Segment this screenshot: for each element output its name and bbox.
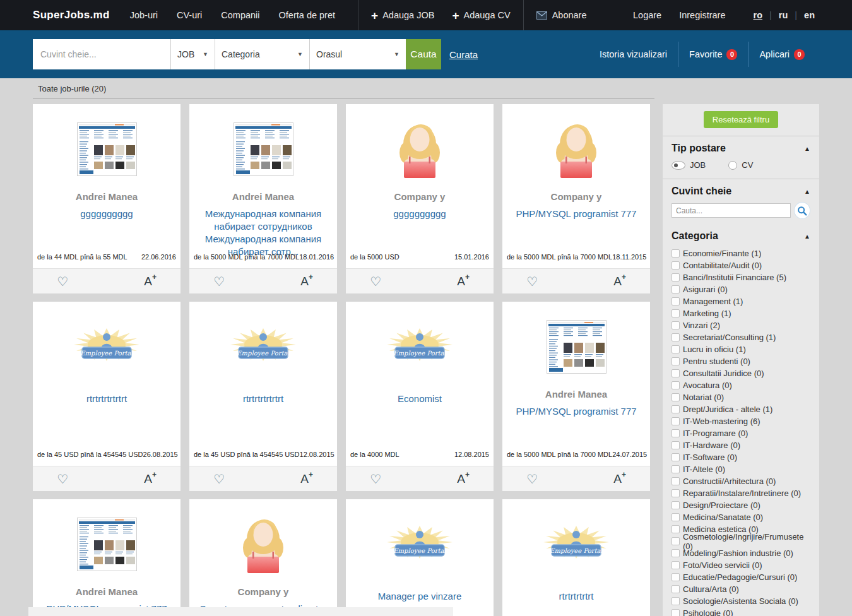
checkbox-icon[interactable] — [672, 501, 680, 509]
sidebar-search-button[interactable] — [794, 202, 810, 219]
checkbox-icon[interactable] — [672, 321, 680, 329]
checkbox-icon[interactable] — [672, 609, 680, 616]
checkbox-icon[interactable] — [672, 393, 680, 401]
checkbox-icon[interactable] — [672, 561, 680, 569]
reset-filter-button[interactable]: Resetează filtru — [704, 111, 778, 128]
category-checkbox-item[interactable]: Contabilitate/Audit (0) — [672, 259, 810, 271]
job-card-image[interactable] — [33, 507, 180, 581]
category-checkbox-item[interactable]: Foto/Video servicii (0) — [672, 559, 810, 571]
apply-icon[interactable]: A+ — [457, 472, 470, 485]
job-card-image[interactable]: Employee Portal — [346, 507, 494, 581]
post-type-radio-label[interactable]: JOB — [690, 160, 706, 170]
job-title-link[interactable]: PHP/MYSQL programist 777 — [502, 405, 650, 418]
category-checkbox-item[interactable]: Sociologie/Asistenta Sociala (0) — [672, 595, 810, 607]
checkbox-icon[interactable] — [672, 549, 680, 557]
login-link[interactable]: Logare — [633, 10, 661, 20]
favorite-heart-icon[interactable]: ♡ — [57, 275, 68, 288]
checkbox-icon[interactable] — [672, 345, 680, 353]
category-select[interactable]: Categoria ▼ — [215, 39, 309, 69]
lang-en[interactable]: en — [802, 10, 817, 20]
category-checkbox-item[interactable]: Reparatii/Instalare/Intretinere (0) — [672, 487, 810, 499]
checkbox-icon[interactable] — [672, 453, 680, 461]
job-card-image[interactable]: Employee Portal — [33, 309, 180, 384]
category-checkbox-item[interactable]: Secretariat/Consulting (1) — [672, 331, 810, 343]
checkbox-icon[interactable] — [672, 441, 680, 449]
favorite-heart-icon[interactable]: ♡ — [213, 275, 225, 288]
category-checkbox-item[interactable]: Avocatura (0) — [672, 379, 810, 391]
history-link[interactable]: Istoria vizualizari — [589, 42, 678, 67]
apply-icon[interactable]: A+ — [144, 472, 157, 485]
category-checkbox-item[interactable]: Psihologie (0) — [672, 607, 810, 616]
checkbox-icon[interactable] — [672, 573, 680, 581]
category-checkbox-item[interactable]: IT-Software (0) — [672, 451, 810, 463]
apply-icon[interactable]: A+ — [613, 472, 626, 485]
favorite-heart-icon[interactable]: ♡ — [526, 275, 538, 288]
favorite-heart-icon[interactable]: ♡ — [370, 473, 381, 485]
category-checkbox-item[interactable]: Consultatii Juridice (0) — [672, 367, 810, 379]
menu-item-joburi[interactable]: Job-uri — [130, 10, 158, 20]
menu-item-oferta[interactable]: Oferta de pret — [279, 10, 335, 20]
category-checkbox-item[interactable]: Design/Proiectare (0) — [672, 499, 810, 511]
checkbox-icon[interactable] — [672, 357, 680, 365]
checkbox-icon[interactable] — [672, 465, 680, 473]
checkbox-icon[interactable] — [672, 333, 680, 341]
apply-icon[interactable]: A+ — [613, 275, 626, 287]
job-title-link[interactable]: rtrtrtrtrtrtrt — [33, 393, 180, 405]
checkbox-icon[interactable] — [672, 249, 680, 258]
job-card-image[interactable] — [502, 112, 650, 186]
collapse-arrow-icon[interactable]: ▲ — [804, 233, 810, 240]
applications-link[interactable]: Aplicari 0 — [748, 42, 815, 67]
apply-icon[interactable]: A+ — [144, 275, 157, 287]
checkbox-icon[interactable] — [672, 273, 680, 281]
category-checkbox-item[interactable]: Economie/Finante (1) — [672, 247, 810, 259]
checkbox-icon[interactable] — [672, 285, 680, 293]
category-checkbox-item[interactable]: Notariat (0) — [672, 391, 810, 403]
add-cv-button[interactable]: + Adauga CV — [452, 9, 510, 21]
category-checkbox-item[interactable]: Banci/Institutii Financiare (5) — [672, 271, 810, 283]
job-title-link[interactable]: rtrtrtrtrtrt — [502, 590, 650, 603]
checkbox-icon[interactable] — [672, 513, 680, 521]
job-card-image[interactable]: Employee Portal — [346, 309, 494, 384]
checkbox-icon[interactable] — [672, 369, 680, 377]
category-checkbox-item[interactable]: Modeling/Fashion industrie (0) — [672, 547, 810, 559]
category-checkbox-item[interactable]: Pentru studenti (0) — [672, 355, 810, 367]
post-type-radio-job[interactable] — [672, 161, 685, 170]
job-card-image[interactable] — [189, 507, 337, 581]
register-link[interactable]: Inregistrare — [679, 10, 725, 20]
job-card-image[interactable] — [502, 309, 650, 384]
favorite-heart-icon[interactable]: ♡ — [370, 275, 381, 288]
checkbox-icon[interactable] — [672, 597, 680, 605]
category-checkbox-item[interactable]: Constructii/Arhitectura (0) — [672, 475, 810, 487]
checkbox-icon[interactable] — [672, 405, 680, 413]
apply-icon[interactable]: A+ — [300, 472, 313, 485]
job-card-image[interactable] — [33, 112, 180, 186]
job-title-link[interactable]: Economist — [346, 393, 494, 405]
job-title-link[interactable]: rtrtrtrtrtrtrt — [189, 393, 337, 405]
favorites-link[interactable]: Favorite 0 — [678, 42, 748, 67]
apply-icon[interactable]: A+ — [457, 275, 470, 287]
category-checkbox-item[interactable]: IT-Hardware (0) — [672, 439, 810, 451]
job-title-link[interactable]: PHP/MYSQL programist 777 — [502, 208, 650, 220]
apply-icon[interactable]: A+ — [300, 275, 313, 287]
subscribe-button[interactable]: Abonare — [536, 10, 587, 20]
category-checkbox-item[interactable]: Management (1) — [672, 295, 810, 307]
category-checkbox-item[interactable]: Vinzari (2) — [672, 319, 810, 331]
favorite-heart-icon[interactable]: ♡ — [57, 473, 68, 485]
clear-link[interactable]: Curata — [449, 49, 478, 60]
add-job-button[interactable]: + Adauga JOB — [371, 9, 434, 21]
checkbox-icon[interactable] — [672, 537, 680, 545]
checkbox-icon[interactable] — [672, 381, 680, 389]
job-card-image[interactable] — [189, 112, 337, 186]
checkbox-icon[interactable] — [672, 585, 680, 593]
checkbox-icon[interactable] — [672, 477, 680, 485]
job-card-image[interactable]: Employee Portal — [502, 507, 650, 581]
category-checkbox-item[interactable]: Lucru in oficiu (1) — [672, 343, 810, 355]
checkbox-icon[interactable] — [672, 309, 680, 317]
category-checkbox-item[interactable]: Marketing (1) — [672, 307, 810, 319]
lang-ro[interactable]: ro — [751, 10, 766, 20]
type-select[interactable]: JOB ▼ — [170, 39, 215, 69]
category-checkbox-item[interactable]: IT-Programare (0) — [672, 427, 810, 439]
menu-item-companii[interactable]: Companii — [221, 10, 259, 20]
city-select[interactable]: Orasul ▼ — [309, 39, 406, 69]
job-title-link[interactable]: Международная компания набирает сотрудни… — [189, 208, 337, 258]
